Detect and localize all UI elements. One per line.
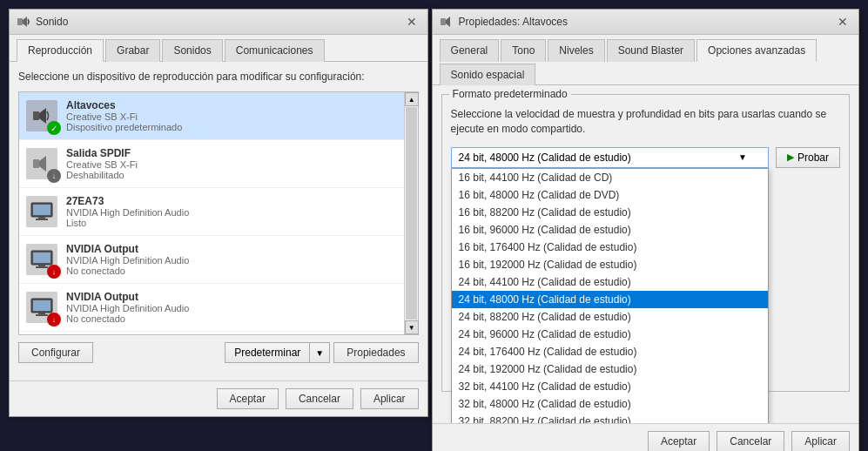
device-item-spdif[interactable]: ↓ Salida SPDIF Creative SB X-Fi Deshabil… [19, 140, 404, 188]
device-action-row: Configurar Predeterminar ▼ Propiedades [18, 342, 419, 363]
propiedades-close-button[interactable]: ✕ [834, 15, 851, 29]
svg-rect-15 [33, 300, 50, 311]
predeterminar-button[interactable]: Predeterminar [225, 342, 309, 363]
format-dropdown-list: 16 bit, 44100 Hz (Calidad de CD) 16 bit,… [451, 168, 769, 423]
dropdown-item-11[interactable]: 24 bit, 192000 Hz (Calidad de estudio) [452, 360, 768, 378]
dropdown-item-3[interactable]: 16 bit, 96000 Hz (Calidad de estudio) [452, 221, 768, 239]
device-item-nvidia2[interactable]: ↓ NVIDIA Output NVIDIA High Definition A… [19, 284, 404, 332]
prop-aceptar-button[interactable]: Aceptar [648, 431, 710, 451]
format-select-wrapper: 24 bit, 48000 Hz (Calidad de estudio) ▼ … [451, 147, 769, 168]
propiedades-title-icon [440, 15, 454, 29]
scroll-up-button[interactable]: ▲ [405, 92, 419, 106]
nvidia2-icon: ↓ [26, 292, 57, 323]
prop-tab-general[interactable]: General [440, 39, 500, 62]
device-list-scrollbar[interactable]: ▲ ▼ [404, 92, 418, 334]
svg-marker-1 [23, 17, 27, 27]
propiedades-bottom-buttons: Aceptar Cancelar Aplicar [433, 423, 858, 451]
prop-tab-espacial[interactable]: Sonido espacial [440, 64, 536, 85]
sonido-title-text: Sonido [36, 16, 68, 28]
device-list: ✓ Altavoces Creative SB X-Fi Dispositivo… [19, 92, 404, 334]
propiedades-button[interactable]: Propiedades [333, 342, 418, 363]
27ea73-name: 27EA73 [66, 195, 397, 207]
dropdown-item-9[interactable]: 24 bit, 96000 Hz (Calidad de estudio) [452, 326, 768, 343]
spdif-info: Salida SPDIF Creative SB X-Fi Deshabilit… [66, 147, 397, 180]
sonido-close-button[interactable]: ✕ [403, 15, 421, 29]
svg-rect-17 [36, 314, 48, 316]
dropdown-item-13[interactable]: 32 bit, 48000 Hz (Calidad de estudio) [452, 395, 768, 413]
device-item-27ea73[interactable]: 27EA73 NVIDIA High Definition Audio List… [19, 188, 404, 236]
dropdown-item-14[interactable]: 32 bit, 88200 Hz (Calidad de estudio) [452, 413, 768, 423]
propiedades-content: Formato predeterminado Seleccione la vel… [433, 85, 858, 423]
dropdown-item-7[interactable]: 24 bit, 48000 Hz (Calidad de estudio) [452, 291, 768, 308]
nvidia2-detail: NVIDIA High Definition Audio [66, 303, 397, 313]
format-group-box: Formato predeterminado Seleccione la vel… [441, 94, 850, 392]
dropdown-item-0[interactable]: 16 bit, 44100 Hz (Calidad de CD) [452, 169, 768, 186]
device-item-nvidia1[interactable]: ↓ NVIDIA Output NVIDIA High Definition A… [19, 236, 404, 284]
nvidia1-status: No conectado [66, 266, 397, 276]
format-dropdown-arrow: ▼ [738, 152, 747, 162]
svg-marker-5 [39, 156, 46, 172]
nvidia2-status-badge: ↓ [47, 313, 61, 326]
svg-marker-19 [446, 17, 450, 27]
nvidia1-detail: NVIDIA High Definition Audio [66, 255, 397, 266]
dropdown-item-12[interactable]: 32 bit, 44100 Hz (Calidad de estudio) [452, 378, 768, 395]
dropdown-item-2[interactable]: 16 bit, 88200 Hz (Calidad de estudio) [452, 204, 768, 221]
configurar-button[interactable]: Configurar [18, 342, 93, 363]
prop-tab-soundblaster[interactable]: Sound Blaster [607, 39, 695, 62]
svg-rect-16 [38, 313, 45, 314]
dropdown-item-4[interactable]: 16 bit, 176400 Hz (Calidad de estudio) [452, 239, 768, 256]
sonido-aplicar-button[interactable]: Aplicar [360, 388, 419, 409]
svg-rect-9 [36, 219, 48, 220]
spdif-status: Deshabilitado [66, 170, 397, 180]
sonido-cancelar-button[interactable]: Cancelar [286, 388, 353, 409]
dropdown-item-5[interactable]: 16 bit, 192000 Hz (Calidad de estudio) [452, 256, 768, 273]
spdif-status-badge: ↓ [47, 169, 61, 183]
tab-grabar[interactable]: Grabar [105, 39, 160, 62]
propiedades-title-bar: Propiedades: Altavoces ✕ [433, 10, 858, 35]
dropdown-item-1[interactable]: 16 bit, 48000 Hz (Calidad de DVD) [452, 186, 768, 204]
tab-sonidos[interactable]: Sonidos [162, 39, 222, 62]
tab-reproduccion[interactable]: Reproducción [17, 39, 104, 62]
altavoces-status: Dispositivo predeterminado [66, 122, 397, 132]
dropdown-item-8[interactable]: 24 bit, 88200 Hz (Calidad de estudio) [452, 308, 768, 326]
svg-rect-7 [33, 205, 50, 215]
scroll-down-button[interactable]: ▼ [405, 320, 419, 334]
format-group-title: Formato predeterminado [449, 88, 571, 100]
sonido-aceptar-button[interactable]: Aceptar [217, 388, 279, 409]
play-icon: ▶ [787, 151, 794, 163]
nvidia2-status: No conectado [66, 313, 397, 324]
nvidia1-name: NVIDIA Output [66, 243, 397, 255]
nvidia1-status-badge: ↓ [47, 265, 61, 279]
altavoces-status-badge: ✓ [47, 121, 61, 135]
svg-rect-0 [17, 18, 23, 25]
sonido-description: Seleccione un dispositivo de reproducció… [18, 71, 419, 83]
tab-comunicaciones[interactable]: Comunicaciones [225, 39, 325, 62]
right-buttons: Predeterminar ▼ Propiedades [225, 342, 418, 363]
prop-tab-niveles[interactable]: Niveles [548, 39, 604, 62]
dropdown-item-10[interactable]: 24 bit, 176400 Hz (Calidad de estudio) [452, 343, 768, 360]
svg-rect-11 [33, 252, 50, 263]
27ea73-info: 27EA73 NVIDIA High Definition Audio List… [66, 195, 397, 228]
probar-button[interactable]: ▶ Probar [776, 147, 840, 168]
format-select-display[interactable]: 24 bit, 48000 Hz (Calidad de estudio) ▼ [451, 147, 769, 168]
altavoces-info: Altavoces Creative SB X-Fi Dispositivo p… [66, 99, 397, 132]
sonido-bottom-buttons: Aceptar Cancelar Aplicar [10, 380, 427, 416]
svg-rect-4 [33, 159, 39, 168]
27ea73-detail: NVIDIA High Definition Audio [66, 207, 397, 218]
sonido-title-bar: Sonido ✕ [10, 10, 427, 35]
spdif-icon: ↓ [26, 148, 57, 179]
prop-tab-tono[interactable]: Tono [501, 39, 546, 62]
dropdown-item-6[interactable]: 24 bit, 44100 Hz (Calidad de estudio) [452, 273, 768, 291]
predeterminar-split: Predeterminar ▼ [225, 342, 330, 363]
device-item-altavoces[interactable]: ✓ Altavoces Creative SB X-Fi Dispositivo… [19, 92, 404, 140]
sonido-tabs-bar: Reproducción Grabar Sonidos Comunicacion… [10, 35, 427, 62]
prop-cancelar-button[interactable]: Cancelar [717, 431, 784, 451]
predeterminar-arrow-button[interactable]: ▼ [309, 342, 330, 363]
prop-tab-opciones[interactable]: Opciones avanzadas [696, 39, 817, 62]
probar-label: Probar [797, 151, 829, 164]
prop-aplicar-button[interactable]: Aplicar [791, 431, 850, 451]
svg-rect-13 [36, 266, 48, 268]
27ea73-icon [26, 196, 57, 227]
nvidia1-info: NVIDIA Output NVIDIA High Definition Aud… [66, 243, 397, 276]
svg-rect-12 [38, 265, 45, 266]
